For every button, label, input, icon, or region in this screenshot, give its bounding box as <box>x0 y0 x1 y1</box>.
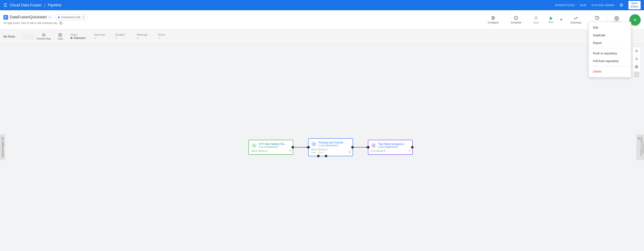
nav-hub[interactable]: HUB <box>580 4 586 7</box>
source-node-menu-icon[interactable]: ≡ <box>289 149 291 152</box>
fit-view-icon <box>635 65 638 68</box>
sink-node-version: 0.23.0-SNAPSHOT <box>378 146 406 148</box>
title-divider: | <box>44 3 45 8</box>
transform-bottom-port-1 <box>317 155 320 157</box>
sink-node-metrics: In 0 / Errors 0 <box>371 150 410 152</box>
source-node-version: 0.23.0-SNAPSHOT <box>258 146 286 148</box>
logs-button[interactable]: Logs <box>54 32 66 41</box>
sink-node-output-port <box>411 146 414 148</box>
transform-node-header: Parsing and Transfo... 4.10.0-SNAPSHOT <box>311 141 350 147</box>
transform-node-menu-icon[interactable]: ≡ <box>349 150 351 154</box>
errors-col-value: – <box>158 36 171 40</box>
transform-bottom-port-2 <box>325 155 327 157</box>
runtime-args-button[interactable]: M Runtime Args <box>33 32 54 41</box>
duration-column: Duration – <box>111 33 132 40</box>
dropdown-divider <box>589 48 631 48</box>
run-prev-button[interactable]: ‹ <box>22 34 27 39</box>
git-connected-badge[interactable]: Connected to Git ⓘ <box>56 14 87 20</box>
svg-point-4 <box>494 18 494 18</box>
git-badge-label: Connected to Git <box>61 16 80 19</box>
run-next-button[interactable]: › <box>28 34 33 39</box>
transform-node-metrics: Out 0 / Errors 0 <box>311 148 350 151</box>
svg-point-27 <box>373 145 374 146</box>
run-status-bar: No Runs ‹ › M Runtime Args Logs Status D… <box>0 30 644 44</box>
git-info-icon[interactable]: ⓘ <box>82 15 85 19</box>
add-tag-button[interactable]: + <box>59 21 63 25</box>
actions-gear-icon <box>614 16 619 21</box>
svg-point-5 <box>492 18 493 20</box>
git-status-dot <box>58 16 60 18</box>
source-node[interactable]: NYT Best Sellers Ra... 0.23.0-SNAPSHOT O… <box>248 140 293 155</box>
export-menu-item[interactable]: Export <box>589 39 631 47</box>
sink-node[interactable]: Top Rated Inexpensi... 0.23.0-SNAPSHOT I… <box>368 140 413 155</box>
history-icon <box>595 16 600 20</box>
logs-icon <box>58 33 62 37</box>
stop-button[interactable]: Stop <box>527 14 544 26</box>
svg-rect-9 <box>534 16 538 20</box>
hamburger-menu-icon[interactable]: ☰ <box>4 2 7 8</box>
transform-node-input-port <box>307 146 310 148</box>
dropdown-divider-2 <box>589 66 631 66</box>
connector-source-to-transform <box>293 147 308 148</box>
svg-rect-37 <box>635 67 636 68</box>
run-dropdown-button[interactable] <box>558 14 564 26</box>
pull-from-repo-menu-item[interactable]: Pull from repository <box>589 57 631 65</box>
errors-col-label: Errors <box>158 33 171 36</box>
pipeline-tags: No tags found. Click to add a new busine… <box>4 21 87 25</box>
svg-rect-35 <box>635 66 636 66</box>
stop-icon <box>534 16 538 20</box>
schedule-label: Schedule <box>511 21 521 24</box>
nav-operations[interactable]: OPERATIONS <box>555 4 575 7</box>
svg-point-3 <box>492 16 493 17</box>
zoom-divider-1 <box>634 55 640 55</box>
pipeline-logo-icon: E <box>4 15 8 20</box>
zoom-controls <box>632 47 640 79</box>
schedule-button[interactable]: Schedule <box>505 14 527 26</box>
fit-view-button[interactable] <box>634 64 640 70</box>
source-node-metrics: Out 0 / Errors 0 <box>251 150 290 152</box>
vertical-scrollbar[interactable] <box>640 141 644 154</box>
duplicate-menu-item[interactable]: Duplicate <box>589 31 631 39</box>
svg-point-12 <box>616 18 618 19</box>
transform-alert-label: Alert <box>311 151 316 154</box>
source-node-title: NYT Best Sellers Ra... <box>258 142 286 146</box>
source-node-wrapper: NYT Best Sellers Ra... 0.23.0-SNAPSHOT O… <box>248 140 293 155</box>
pipeline-info-icon[interactable]: ⓘ <box>48 15 52 19</box>
zoom-in-button[interactable] <box>634 48 640 54</box>
run-button[interactable]: Run <box>544 14 558 26</box>
delete-menu-item[interactable]: Delete <box>589 68 631 75</box>
no-runs-label: No Runs <box>4 35 20 38</box>
configure-icon <box>491 16 496 20</box>
svg-line-8 <box>516 18 517 18</box>
configure-button[interactable]: Configure <box>482 14 505 26</box>
edit-menu-item[interactable]: Edit <box>589 24 631 31</box>
pipeline-canvas-area: Inbound triggers (0) NYT Best Sellers Ra… <box>0 44 644 251</box>
zoom-out-icon <box>635 57 638 60</box>
sink-node-menu-icon[interactable]: ≡ <box>409 149 410 152</box>
svg-rect-36 <box>637 66 638 66</box>
transform-node-version: 4.10.0-SNAPSHOT <box>318 144 346 147</box>
run-label: Run <box>549 21 554 24</box>
top-navigation: ☰ Cloud Data Fusion | Pipeline OPERATION… <box>0 0 644 10</box>
transform-error-label: Error <box>318 151 324 154</box>
zoom-out-button[interactable] <box>634 56 640 62</box>
push-to-repo-menu-item[interactable]: Push to repository <box>589 50 631 57</box>
summary-icon <box>574 16 578 20</box>
sub-title: Pipeline <box>48 3 62 8</box>
transform-node-alerts: Alert Error <box>311 151 350 154</box>
transform-node[interactable]: Parsing and Transfo... 4.10.0-SNAPSHOT O… <box>308 138 353 156</box>
svg-line-34 <box>637 60 638 60</box>
start-time-col-value: – <box>94 36 107 40</box>
run-play-icon <box>549 16 554 21</box>
summary-label: Summary <box>570 21 581 24</box>
configure-label: Configure <box>488 21 499 24</box>
schedule-icon <box>514 16 518 20</box>
sink-node-wrapper: Top Rated Inexpensi... 0.23.0-SNAPSHOT I… <box>368 140 413 155</box>
settings-icon[interactable]: ⚙ <box>620 2 623 8</box>
nav-system-admin[interactable]: SYSTEM ADMIN <box>591 4 614 7</box>
mini-map-button[interactable] <box>634 72 640 78</box>
svg-rect-38 <box>637 67 638 68</box>
summary-button[interactable]: Summary <box>564 14 587 26</box>
svg-marker-11 <box>560 19 562 20</box>
run-button-group: Run <box>544 14 564 26</box>
